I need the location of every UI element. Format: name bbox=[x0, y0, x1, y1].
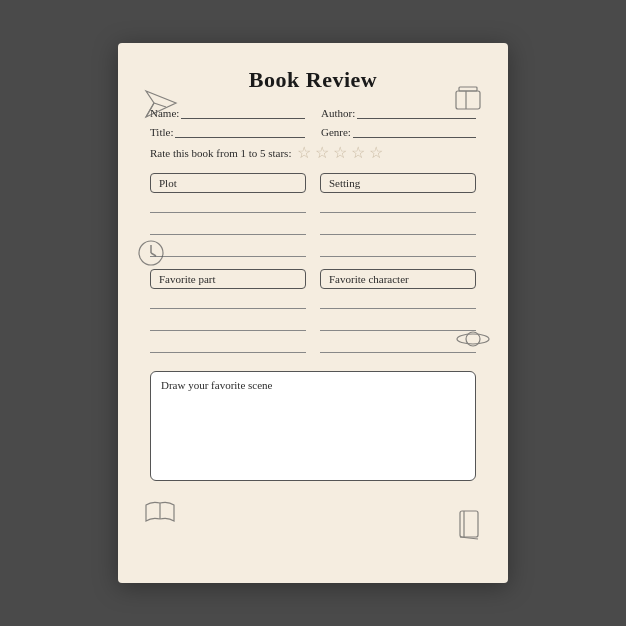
setting-line-1[interactable] bbox=[320, 199, 476, 213]
svg-marker-0 bbox=[146, 91, 176, 117]
setting-line-3[interactable] bbox=[320, 243, 476, 257]
closed-book-icon bbox=[456, 509, 482, 545]
setting-line-2[interactable] bbox=[320, 221, 476, 235]
star-3[interactable]: ☆ bbox=[333, 145, 347, 161]
svg-rect-12 bbox=[460, 511, 478, 537]
fav-char-line-2[interactable] bbox=[320, 317, 476, 331]
paper-plane-icon bbox=[144, 89, 178, 123]
title-genre-row: Title: Genre: bbox=[150, 126, 476, 138]
favorite-part-col: Favorite part bbox=[150, 269, 306, 361]
plot-setting-section: Plot Setting bbox=[150, 173, 476, 265]
svg-rect-4 bbox=[459, 87, 477, 91]
fav-section: Favorite part Favorite character bbox=[150, 269, 476, 361]
setting-lines bbox=[320, 199, 476, 257]
svg-line-2 bbox=[154, 103, 166, 107]
page-title: Book Review bbox=[150, 67, 476, 93]
plot-box[interactable]: Plot bbox=[150, 173, 306, 193]
svg-rect-3 bbox=[456, 91, 480, 109]
fav-part-lines bbox=[150, 295, 306, 353]
favorite-character-col: Favorite character bbox=[320, 269, 476, 361]
name-line bbox=[181, 118, 305, 119]
star-1[interactable]: ☆ bbox=[297, 145, 311, 161]
book-review-page: Book Review Name: Author: Title: Genre: … bbox=[118, 43, 508, 583]
title-field[interactable]: Title: bbox=[150, 126, 305, 138]
book-stack-icon bbox=[452, 81, 484, 117]
plot-lines bbox=[150, 199, 306, 257]
svg-line-8 bbox=[151, 253, 156, 256]
fav-part-line-3[interactable] bbox=[150, 339, 306, 353]
genre-field[interactable]: Genre: bbox=[321, 126, 476, 138]
plot-col: Plot bbox=[150, 173, 306, 265]
star-rating[interactable]: ☆ ☆ ☆ ☆ ☆ bbox=[297, 145, 383, 161]
plot-line-1[interactable] bbox=[150, 199, 306, 213]
favorite-character-box[interactable]: Favorite character bbox=[320, 269, 476, 289]
fav-char-lines bbox=[320, 295, 476, 353]
stars-row: Rate this book from 1 to 5 stars: ☆ ☆ ☆ … bbox=[150, 145, 476, 161]
planet-icon bbox=[456, 328, 490, 354]
genre-line bbox=[353, 137, 476, 138]
name-author-row: Name: Author: bbox=[150, 107, 476, 119]
fav-part-line-1[interactable] bbox=[150, 295, 306, 309]
plot-line-3[interactable] bbox=[150, 243, 306, 257]
svg-point-10 bbox=[457, 334, 489, 344]
title-line bbox=[175, 137, 305, 138]
fav-char-line-3[interactable] bbox=[320, 339, 476, 353]
fav-char-line-1[interactable] bbox=[320, 295, 476, 309]
draw-scene-box[interactable]: Draw your favorite scene bbox=[150, 371, 476, 481]
star-5[interactable]: ☆ bbox=[369, 145, 383, 161]
favorite-part-box[interactable]: Favorite part bbox=[150, 269, 306, 289]
clock-icon bbox=[136, 238, 166, 272]
setting-box[interactable]: Setting bbox=[320, 173, 476, 193]
fav-part-line-2[interactable] bbox=[150, 317, 306, 331]
star-2[interactable]: ☆ bbox=[315, 145, 329, 161]
plot-line-2[interactable] bbox=[150, 221, 306, 235]
draw-scene-label: Draw your favorite scene bbox=[161, 379, 272, 391]
open-book-icon bbox=[144, 499, 176, 529]
star-4[interactable]: ☆ bbox=[351, 145, 365, 161]
setting-col: Setting bbox=[320, 173, 476, 265]
author-line bbox=[357, 118, 476, 119]
